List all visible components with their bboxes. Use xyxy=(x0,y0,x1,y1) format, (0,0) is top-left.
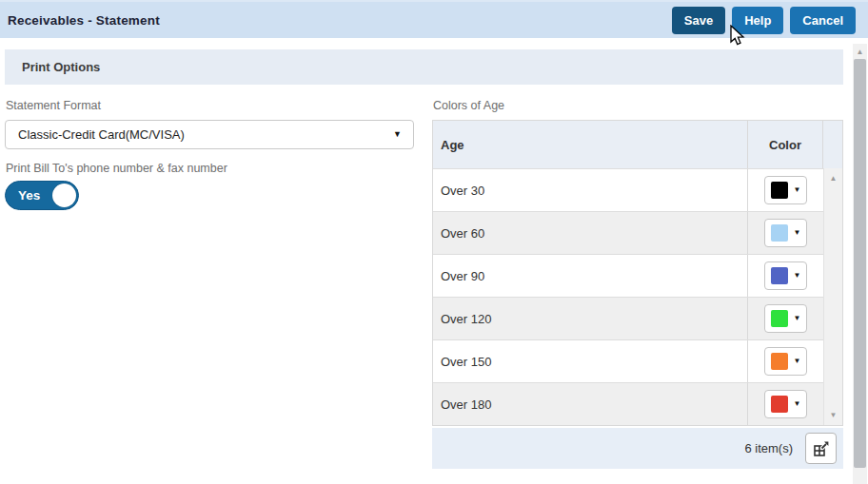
print-options-banner: Print Options xyxy=(5,49,843,85)
color-cell: ▼ xyxy=(748,383,823,425)
grid-footer: 6 item(s) xyxy=(432,428,843,469)
save-button[interactable]: Save xyxy=(672,7,725,34)
grid-row: Over 150▼ xyxy=(433,339,823,382)
grid-header-row: Age Color xyxy=(433,121,842,168)
expand-grid-icon xyxy=(812,439,831,458)
print-phone-fax-toggle[interactable]: Yes xyxy=(5,181,79,210)
expand-grid-button[interactable] xyxy=(805,433,837,464)
colors-of-age-grid: Age Color Over 30▼Over 60▼Over 90▼Over 1… xyxy=(432,120,843,426)
title-bar: Receivables - Statement Save Help Cancel xyxy=(0,0,868,38)
scroll-up-icon[interactable]: ▲ xyxy=(824,174,842,183)
scroll-down-icon[interactable]: ▼ xyxy=(824,411,842,419)
color-swatch xyxy=(771,267,788,284)
grid-row: Over 120▼ xyxy=(433,297,823,339)
page-title: Receivables - Statement xyxy=(8,13,160,28)
toggle-knob[interactable] xyxy=(52,184,76,207)
grid-body: Over 30▼Over 60▼Over 90▼Over 120▼Over 15… xyxy=(433,168,842,425)
age-cell: Over 150 xyxy=(433,340,748,382)
color-picker-button[interactable]: ▼ xyxy=(764,347,807,376)
column-header-color: Color xyxy=(748,121,823,168)
titlebar-buttons: Save Help Cancel xyxy=(672,7,856,34)
cancel-button[interactable]: Cancel xyxy=(790,7,856,34)
color-swatch xyxy=(771,310,788,327)
color-cell: ▼ xyxy=(748,255,823,297)
colors-of-age-label: Colors of Age xyxy=(433,99,504,112)
grid-row: Over 30▼ xyxy=(433,168,823,211)
print-options-title: Print Options xyxy=(22,60,100,74)
statement-format-label: Statement Format xyxy=(6,99,101,112)
chevron-down-icon: ▼ xyxy=(794,400,801,408)
color-picker-button[interactable]: ▼ xyxy=(764,261,807,290)
age-cell: Over 30 xyxy=(433,169,748,211)
color-picker-button[interactable]: ▼ xyxy=(764,176,807,204)
color-cell: ▼ xyxy=(748,298,823,339)
age-cell: Over 60 xyxy=(433,212,748,254)
color-swatch xyxy=(771,396,788,413)
statement-format-value: Classic-Credit Card(MC/VISA) xyxy=(18,127,185,142)
color-swatch xyxy=(771,224,788,242)
page-scrollbar-thumb[interactable] xyxy=(854,59,866,468)
grid-rows: Over 30▼Over 60▼Over 90▼Over 120▼Over 15… xyxy=(433,168,823,425)
receivables-statement-page: Receivables - Statement Save Help Cancel… xyxy=(0,0,868,484)
age-cell: Over 180 xyxy=(433,383,748,425)
chevron-down-icon: ▼ xyxy=(794,315,801,322)
chevron-down-icon: ▼ xyxy=(794,186,801,194)
page-scroll-up-icon[interactable]: ▲ xyxy=(853,48,867,56)
print-phone-fax-label: Print Bill To's phone number & fax numbe… xyxy=(6,162,227,175)
chevron-down-icon: ▼ xyxy=(794,358,801,365)
column-header-age: Age xyxy=(433,121,748,168)
chevron-down-icon: ▼ xyxy=(794,272,801,280)
color-picker-button[interactable]: ▼ xyxy=(764,219,807,247)
color-cell: ▼ xyxy=(748,169,823,211)
column-header-scroll-spacer xyxy=(823,121,842,168)
statement-format-select[interactable]: Classic-Credit Card(MC/VISA) ▼ xyxy=(5,120,414,149)
color-cell: ▼ xyxy=(748,340,823,382)
toggle-state-label: Yes xyxy=(18,188,40,203)
grid-vertical-scrollbar[interactable]: ▲ ▼ xyxy=(823,168,842,425)
color-swatch xyxy=(771,182,788,199)
grid-row: Over 90▼ xyxy=(433,254,823,297)
grid-row: Over 60▼ xyxy=(433,211,823,254)
age-cell: Over 90 xyxy=(433,255,748,297)
page-scrollbar[interactable]: ▲ xyxy=(853,44,867,484)
color-swatch xyxy=(771,353,788,370)
chevron-down-icon: ▼ xyxy=(393,130,402,139)
age-cell: Over 120 xyxy=(433,298,748,339)
grid-row: Over 180▼ xyxy=(433,382,823,425)
item-count: 6 item(s) xyxy=(744,441,793,455)
chevron-down-icon: ▼ xyxy=(794,229,801,237)
color-picker-button[interactable]: ▼ xyxy=(764,304,807,333)
color-picker-button[interactable]: ▼ xyxy=(764,390,807,418)
help-button[interactable]: Help xyxy=(732,7,783,34)
color-cell: ▼ xyxy=(748,212,823,254)
